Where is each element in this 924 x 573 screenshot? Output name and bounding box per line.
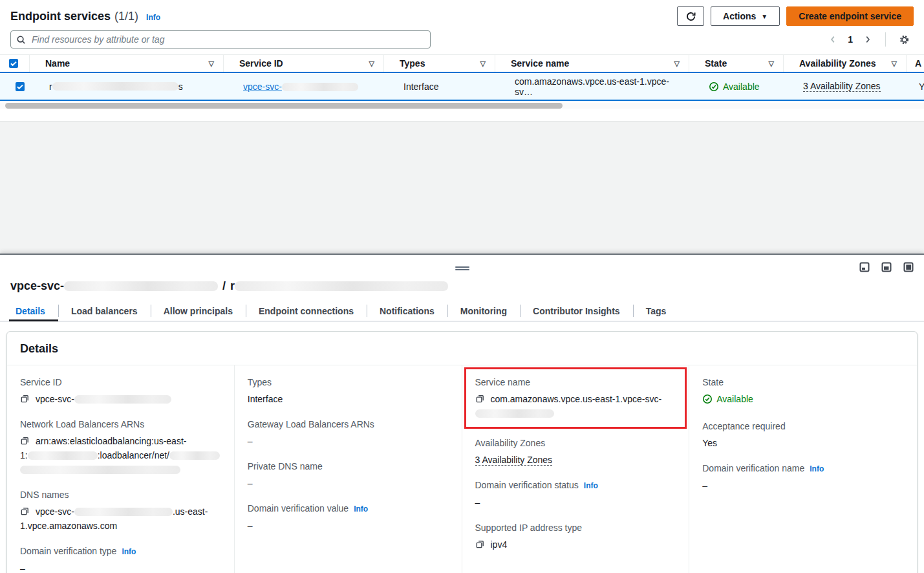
details-column-2: Types Interface Gateway Load Balancers A… bbox=[235, 365, 462, 573]
field-label: State bbox=[702, 376, 904, 389]
column-header-service-id[interactable]: Service ID ▽ bbox=[224, 55, 384, 72]
panel-size-medium-button[interactable] bbox=[881, 262, 892, 272]
gear-icon bbox=[899, 34, 910, 45]
select-all-checkbox[interactable] bbox=[9, 59, 18, 68]
info-link[interactable]: Info bbox=[584, 481, 598, 490]
next-page-button[interactable] bbox=[859, 34, 876, 45]
tab-label: Allow principals bbox=[164, 306, 233, 316]
tab-label: Monitoring bbox=[460, 306, 507, 316]
refresh-button[interactable] bbox=[677, 6, 704, 26]
page-number[interactable]: 1 bbox=[844, 34, 857, 45]
copy-icon[interactable] bbox=[20, 436, 30, 446]
tab-details[interactable]: Details bbox=[9, 301, 58, 321]
split-panel-drag-handle[interactable] bbox=[455, 265, 469, 272]
table-header: Name ▽ Service ID ▽ Types ▽ Service name… bbox=[0, 54, 924, 72]
acceptance-text: Y bbox=[919, 81, 924, 92]
tab-notifications[interactable]: Notifications bbox=[367, 301, 447, 321]
scrollbar-thumb[interactable] bbox=[5, 103, 563, 109]
copy-icon[interactable] bbox=[20, 506, 30, 516]
preferences-button[interactable] bbox=[895, 33, 914, 47]
redacted-text bbox=[74, 395, 171, 404]
field-supported-ip-address-type: Supported IP address type ipv4 bbox=[475, 521, 676, 552]
copy-icon[interactable] bbox=[20, 394, 30, 404]
chevron-right-icon bbox=[863, 35, 872, 44]
panel-small-icon bbox=[859, 262, 870, 272]
redacted-text bbox=[74, 508, 173, 516]
field-label: DNS names bbox=[20, 488, 221, 501]
filter-icon[interactable]: ▽ bbox=[769, 59, 774, 68]
previous-page-button[interactable] bbox=[824, 34, 841, 45]
details-card: Details Service ID vpce-svc- Network Loa… bbox=[6, 331, 918, 573]
details-card-title: Details bbox=[7, 332, 917, 365]
info-link[interactable]: Info bbox=[810, 464, 824, 473]
tab-contributor-insights[interactable]: Contributor Insights bbox=[520, 301, 633, 321]
column-header-availability-zones[interactable]: Availability Zones ▽ bbox=[784, 55, 907, 72]
filter-icon[interactable]: ▽ bbox=[480, 59, 486, 68]
panel-size-small-button[interactable] bbox=[859, 262, 870, 272]
checkbox-checked-icon bbox=[16, 82, 25, 91]
info-link[interactable]: Info bbox=[146, 13, 160, 22]
field-dns-names: DNS names vpce-svc-.us-east-1.vpce.amazo… bbox=[20, 488, 221, 533]
field-value-text: – bbox=[248, 519, 449, 533]
tab-endpoint-connections[interactable]: Endpoint connections bbox=[246, 301, 367, 321]
resource-count: (1/1) bbox=[114, 10, 138, 23]
info-link[interactable]: Info bbox=[122, 547, 136, 556]
search-box[interactable] bbox=[10, 30, 431, 49]
split-panel-controls bbox=[859, 262, 914, 272]
list-toolbar: 1 bbox=[0, 30, 924, 54]
availability-zones-popover[interactable]: 3 Availability Zones bbox=[803, 81, 881, 92]
filter-icon[interactable]: ▽ bbox=[369, 59, 374, 68]
panel-size-large-button[interactable] bbox=[903, 262, 914, 272]
field-value-text: arn:aws:elasticloadbalancing:us-east- bbox=[36, 436, 186, 446]
info-link[interactable]: Info bbox=[354, 504, 368, 514]
redacted-text bbox=[282, 83, 358, 91]
field-availability-zones: Availability Zones 3 Availability Zones bbox=[475, 437, 676, 467]
service-id-link[interactable]: vpce-svc- bbox=[243, 81, 358, 92]
column-header-types[interactable]: Types ▽ bbox=[384, 55, 495, 72]
filter-icon[interactable]: ▽ bbox=[892, 59, 897, 68]
field-value-text: ipv4 bbox=[491, 539, 508, 550]
tab-bar: Details Load balancers Allow principals … bbox=[0, 301, 924, 321]
filter-icon[interactable]: ▽ bbox=[209, 59, 214, 68]
cell-types: Interface bbox=[388, 73, 499, 100]
column-header-acceptance[interactable]: A bbox=[907, 55, 924, 72]
copy-icon[interactable] bbox=[475, 394, 485, 404]
tab-monitoring[interactable]: Monitoring bbox=[447, 301, 520, 321]
row-checkbox[interactable] bbox=[16, 82, 25, 91]
field-value-text: 1: bbox=[20, 450, 28, 460]
tab-load-balancers[interactable]: Load balancers bbox=[58, 301, 151, 321]
field-label: Service ID bbox=[20, 376, 221, 389]
column-header-name[interactable]: Name ▽ bbox=[30, 55, 224, 72]
column-label: Service ID bbox=[239, 58, 283, 69]
copy-icon[interactable] bbox=[475, 539, 485, 549]
horizontal-scrollbar bbox=[0, 101, 924, 111]
search-icon bbox=[16, 35, 26, 45]
tab-label: Endpoint connections bbox=[259, 306, 354, 316]
field-value-text: vpce-svc- bbox=[36, 506, 74, 517]
tab-tags[interactable]: Tags bbox=[633, 301, 680, 321]
actions-button[interactable]: Actions ▼ bbox=[711, 6, 780, 26]
field-label: Domain verification type bbox=[20, 546, 116, 556]
table-row[interactable]: rs vpce-svc- Interface com.amazonaws.vpc… bbox=[0, 72, 924, 101]
types-text: Interface bbox=[403, 81, 438, 92]
header-actions: Actions ▼ Create endpoint service bbox=[677, 6, 914, 26]
create-endpoint-service-button[interactable]: Create endpoint service bbox=[786, 6, 914, 26]
cell-name: rs bbox=[34, 73, 228, 100]
availability-zones-popover[interactable]: 3 Availability Zones bbox=[475, 455, 553, 466]
column-header-service-name[interactable]: Service name ▽ bbox=[495, 55, 689, 72]
field-value-text: Interface bbox=[248, 392, 449, 406]
tab-allow-principals[interactable]: Allow principals bbox=[151, 301, 246, 321]
field-label: Network Load Balancers ARNs bbox=[20, 418, 221, 431]
filter-icon[interactable]: ▽ bbox=[674, 59, 680, 68]
field-state: State Available bbox=[702, 376, 904, 408]
scrollbar-track[interactable] bbox=[0, 103, 924, 109]
field-service-name-highlighted: Service name com.amazonaws.vpce.us-east-… bbox=[464, 367, 687, 429]
field-acceptance-required: Acceptance required Yes bbox=[702, 420, 904, 450]
column-label: Types bbox=[400, 58, 425, 69]
field-label: Types bbox=[248, 376, 449, 389]
table-bottom-padding bbox=[0, 111, 924, 122]
field-label: Service name bbox=[475, 376, 676, 389]
search-input[interactable] bbox=[30, 34, 425, 45]
cell-service-name: com.amazonaws.vpce.us-east-1.vpce-sv… bbox=[499, 73, 693, 100]
column-header-state[interactable]: State ▽ bbox=[689, 55, 784, 72]
